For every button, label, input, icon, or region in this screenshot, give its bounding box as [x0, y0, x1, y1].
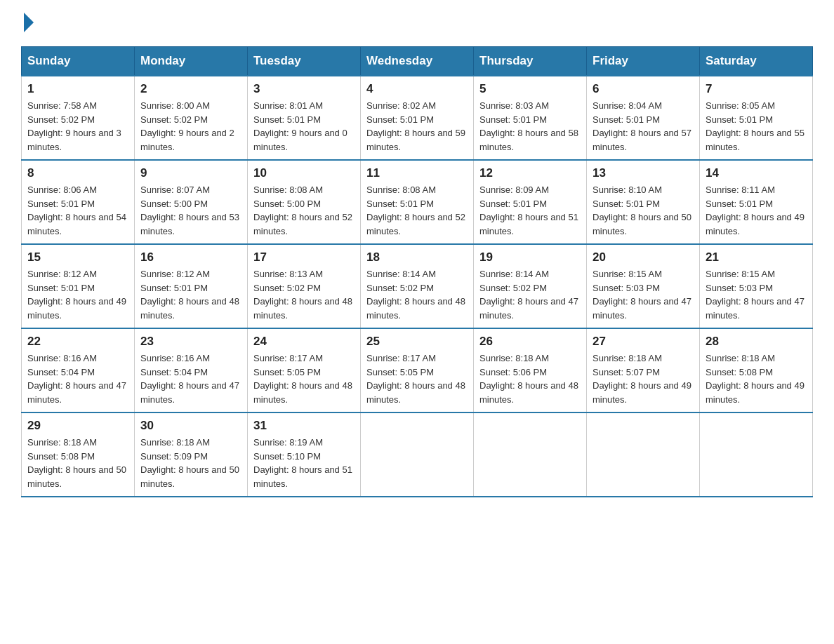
calendar-week-row: 15Sunrise: 8:12 AMSunset: 5:01 PMDayligh…	[22, 244, 813, 328]
day-number: 28	[706, 335, 807, 349]
calendar-day-cell: 19Sunrise: 8:14 AMSunset: 5:02 PMDayligh…	[474, 244, 587, 328]
day-number: 31	[253, 419, 355, 433]
calendar-empty-cell	[700, 412, 813, 497]
day-number: 17	[253, 250, 355, 264]
day-info: Sunrise: 8:02 AMSunset: 5:01 PMDaylight:…	[366, 99, 468, 154]
header-thursday: Thursday	[474, 47, 587, 76]
day-number: 18	[366, 250, 468, 264]
day-info: Sunrise: 8:16 AMSunset: 5:04 PMDaylight:…	[27, 351, 128, 406]
header-tuesday: Tuesday	[248, 47, 361, 76]
day-number: 24	[253, 335, 355, 349]
header-wednesday: Wednesday	[361, 47, 474, 76]
calendar-day-cell: 25Sunrise: 8:17 AMSunset: 5:05 PMDayligh…	[361, 328, 474, 412]
calendar-day-cell: 12Sunrise: 8:09 AMSunset: 5:01 PMDayligh…	[474, 160, 587, 244]
page-header	[21, 14, 813, 32]
day-info: Sunrise: 8:06 AMSunset: 5:01 PMDaylight:…	[27, 183, 128, 238]
calendar-day-cell: 10Sunrise: 8:08 AMSunset: 5:00 PMDayligh…	[248, 160, 361, 244]
day-number: 5	[479, 82, 581, 96]
day-number: 29	[27, 419, 128, 433]
day-info: Sunrise: 8:01 AMSunset: 5:01 PMDaylight:…	[253, 99, 355, 154]
day-info: Sunrise: 8:10 AMSunset: 5:01 PMDaylight:…	[593, 183, 694, 238]
day-number: 25	[366, 335, 468, 349]
header-friday: Friday	[587, 47, 700, 76]
calendar-day-cell: 17Sunrise: 8:13 AMSunset: 5:02 PMDayligh…	[248, 244, 361, 328]
day-number: 16	[140, 250, 241, 264]
calendar-day-cell: 16Sunrise: 8:12 AMSunset: 5:01 PMDayligh…	[135, 244, 248, 328]
calendar-day-cell: 5Sunrise: 8:03 AMSunset: 5:01 PMDaylight…	[474, 76, 587, 160]
calendar-day-cell: 13Sunrise: 8:10 AMSunset: 5:01 PMDayligh…	[587, 160, 700, 244]
day-info: Sunrise: 8:18 AMSunset: 5:06 PMDaylight:…	[479, 351, 581, 406]
calendar-day-cell: 20Sunrise: 8:15 AMSunset: 5:03 PMDayligh…	[587, 244, 700, 328]
day-number: 9	[140, 166, 241, 180]
day-number: 7	[706, 82, 807, 96]
header-monday: Monday	[135, 47, 248, 76]
calendar-day-cell: 29Sunrise: 8:18 AMSunset: 5:08 PMDayligh…	[22, 412, 135, 497]
day-info: Sunrise: 8:16 AMSunset: 5:04 PMDaylight:…	[140, 351, 241, 406]
day-number: 23	[140, 335, 241, 349]
calendar-day-cell: 23Sunrise: 8:16 AMSunset: 5:04 PMDayligh…	[135, 328, 248, 412]
day-info: Sunrise: 8:11 AMSunset: 5:01 PMDaylight:…	[706, 183, 807, 238]
day-info: Sunrise: 8:18 AMSunset: 5:09 PMDaylight:…	[140, 436, 241, 490]
day-number: 20	[593, 250, 694, 264]
day-info: Sunrise: 8:17 AMSunset: 5:05 PMDaylight:…	[366, 351, 468, 406]
calendar-day-cell: 9Sunrise: 8:07 AMSunset: 5:00 PMDaylight…	[135, 160, 248, 244]
day-info: Sunrise: 8:07 AMSunset: 5:00 PMDaylight:…	[140, 183, 241, 238]
day-info: Sunrise: 8:08 AMSunset: 5:01 PMDaylight:…	[366, 183, 468, 238]
day-number: 30	[140, 419, 241, 433]
day-number: 26	[479, 335, 581, 349]
day-number: 1	[27, 82, 128, 96]
day-info: Sunrise: 8:05 AMSunset: 5:01 PMDaylight:…	[706, 99, 807, 154]
day-info: Sunrise: 8:03 AMSunset: 5:01 PMDaylight:…	[479, 99, 581, 154]
calendar-day-cell: 22Sunrise: 8:16 AMSunset: 5:04 PMDayligh…	[22, 328, 135, 412]
day-info: Sunrise: 8:14 AMSunset: 5:02 PMDaylight:…	[479, 267, 581, 322]
calendar-day-cell: 2Sunrise: 8:00 AMSunset: 5:02 PMDaylight…	[135, 76, 248, 160]
header-saturday: Saturday	[700, 47, 813, 76]
day-info: Sunrise: 8:18 AMSunset: 5:07 PMDaylight:…	[593, 351, 694, 406]
calendar-week-row: 1Sunrise: 7:58 AMSunset: 5:02 PMDaylight…	[22, 76, 813, 160]
day-info: Sunrise: 8:15 AMSunset: 5:03 PMDaylight:…	[593, 267, 694, 322]
day-info: Sunrise: 8:12 AMSunset: 5:01 PMDaylight:…	[140, 267, 241, 322]
day-number: 4	[366, 82, 468, 96]
day-number: 8	[27, 166, 128, 180]
calendar-day-cell: 18Sunrise: 8:14 AMSunset: 5:02 PMDayligh…	[361, 244, 474, 328]
day-number: 3	[253, 82, 355, 96]
day-info: Sunrise: 8:09 AMSunset: 5:01 PMDaylight:…	[479, 183, 581, 238]
day-info: Sunrise: 8:17 AMSunset: 5:05 PMDaylight:…	[253, 351, 355, 406]
calendar-empty-cell	[587, 412, 700, 497]
day-info: Sunrise: 8:14 AMSunset: 5:02 PMDaylight:…	[366, 267, 468, 322]
calendar-table: SundayMondayTuesdayWednesdayThursdayFrid…	[21, 46, 813, 497]
day-number: 10	[253, 166, 355, 180]
day-info: Sunrise: 8:19 AMSunset: 5:10 PMDaylight:…	[253, 436, 355, 490]
day-info: Sunrise: 8:15 AMSunset: 5:03 PMDaylight:…	[706, 267, 807, 322]
calendar-day-cell: 28Sunrise: 8:18 AMSunset: 5:08 PMDayligh…	[700, 328, 813, 412]
calendar-day-cell: 1Sunrise: 7:58 AMSunset: 5:02 PMDaylight…	[22, 76, 135, 160]
calendar-day-cell: 7Sunrise: 8:05 AMSunset: 5:01 PMDaylight…	[700, 76, 813, 160]
day-number: 2	[140, 82, 241, 96]
logo-arrow-icon	[24, 13, 34, 32]
day-number: 13	[593, 166, 694, 180]
day-number: 21	[706, 250, 807, 264]
calendar-empty-cell	[474, 412, 587, 497]
header-sunday: Sunday	[22, 47, 135, 76]
calendar-header-row: SundayMondayTuesdayWednesdayThursdayFrid…	[22, 47, 813, 76]
day-info: Sunrise: 8:12 AMSunset: 5:01 PMDaylight:…	[27, 267, 128, 322]
calendar-day-cell: 15Sunrise: 8:12 AMSunset: 5:01 PMDayligh…	[22, 244, 135, 328]
calendar-day-cell: 8Sunrise: 8:06 AMSunset: 5:01 PMDaylight…	[22, 160, 135, 244]
day-info: Sunrise: 8:08 AMSunset: 5:00 PMDaylight:…	[253, 183, 355, 238]
calendar-day-cell: 3Sunrise: 8:01 AMSunset: 5:01 PMDaylight…	[248, 76, 361, 160]
calendar-week-row: 22Sunrise: 8:16 AMSunset: 5:04 PMDayligh…	[22, 328, 813, 412]
calendar-week-row: 29Sunrise: 8:18 AMSunset: 5:08 PMDayligh…	[22, 412, 813, 497]
calendar-day-cell: 4Sunrise: 8:02 AMSunset: 5:01 PMDaylight…	[361, 76, 474, 160]
calendar-day-cell: 26Sunrise: 8:18 AMSunset: 5:06 PMDayligh…	[474, 328, 587, 412]
day-number: 12	[479, 166, 581, 180]
day-info: Sunrise: 7:58 AMSunset: 5:02 PMDaylight:…	[27, 99, 128, 154]
day-number: 15	[27, 250, 128, 264]
calendar-day-cell: 11Sunrise: 8:08 AMSunset: 5:01 PMDayligh…	[361, 160, 474, 244]
day-number: 14	[706, 166, 807, 180]
day-number: 27	[593, 335, 694, 349]
day-info: Sunrise: 8:04 AMSunset: 5:01 PMDaylight:…	[593, 99, 694, 154]
calendar-day-cell: 24Sunrise: 8:17 AMSunset: 5:05 PMDayligh…	[248, 328, 361, 412]
day-info: Sunrise: 8:00 AMSunset: 5:02 PMDaylight:…	[140, 99, 241, 154]
day-number: 19	[479, 250, 581, 264]
day-number: 22	[27, 335, 128, 349]
